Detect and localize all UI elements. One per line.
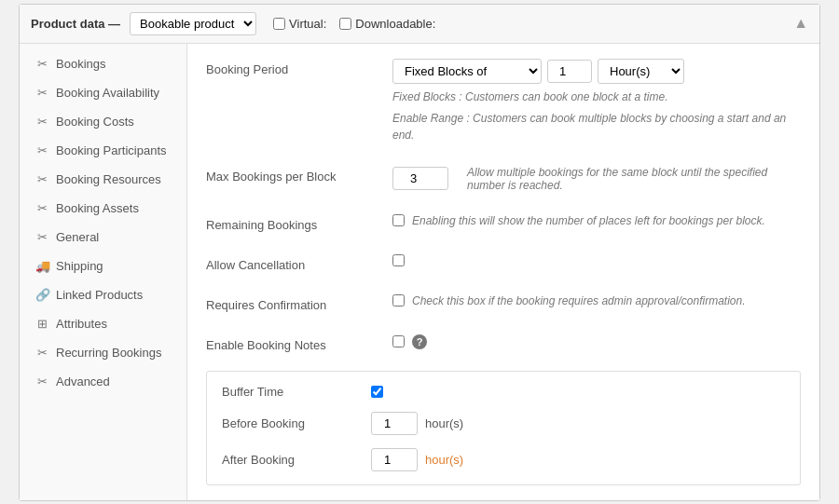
booking-period-hint2: Enable Range : Customers can book multip…	[392, 110, 801, 143]
max-bookings-hint: Allow multiple bookings for the same blo…	[467, 166, 801, 192]
sidebar-item-booking-availability[interactable]: ✂ Booking Availability	[20, 78, 186, 107]
remaining-bookings-hint: Enabling this will show the number of pl…	[412, 214, 765, 227]
sidebar-item-booking-costs[interactable]: ✂ Booking Costs	[20, 107, 186, 136]
requires-confirmation-hint: Check this box if the booking requires a…	[412, 294, 746, 307]
sidebar-item-bookings-label: Bookings	[56, 57, 105, 71]
max-bookings-controls: Allow multiple bookings for the same blo…	[392, 166, 801, 192]
sidebar-item-linked-products[interactable]: 🔗 Linked Products	[20, 280, 186, 309]
requires-confirmation-checkbox[interactable]	[392, 294, 405, 306]
virtual-checkbox[interactable]	[273, 18, 285, 30]
virtual-downloadable: Virtual: Downloadable:	[273, 17, 435, 31]
sidebar-item-booking-participants-label: Booking Participants	[56, 143, 167, 157]
booking-participants-icon: ✂	[35, 143, 48, 157]
sidebar-item-booking-participants[interactable]: ✂ Booking Participants	[20, 136, 186, 165]
sidebar-item-booking-resources-label: Booking Resources	[56, 172, 161, 186]
allow-cancellation-controls	[392, 254, 801, 269]
sidebar-item-booking-assets-label: Booking Assets	[56, 201, 139, 215]
remaining-bookings-controls: Enabling this will show the number of pl…	[392, 214, 801, 227]
allow-cancellation-label: Allow Cancellation	[206, 254, 392, 272]
sidebar-item-booking-costs-label: Booking Costs	[56, 115, 134, 129]
after-booking-row: After Booking hour(s)	[222, 448, 785, 471]
content-area: Booking Period Fixed Blocks of Customer …	[187, 44, 819, 500]
enable-booking-notes-controls: ?	[392, 334, 801, 349]
remaining-bookings-label: Remaining Bookings	[206, 214, 392, 232]
sidebar-item-booking-availability-label: Booking Availability	[56, 86, 159, 100]
collapse-icon[interactable]: ▲	[793, 15, 808, 32]
downloadable-checkbox[interactable]	[339, 18, 351, 30]
enable-booking-notes-row: Enable Booking Notes ?	[206, 334, 801, 361]
enable-booking-notes-checkbox[interactable]	[392, 335, 405, 347]
sidebar-item-booking-resources[interactable]: ✂ Booking Resources	[20, 165, 186, 194]
shipping-icon: 🚚	[35, 259, 48, 273]
sidebar-item-shipping[interactable]: 🚚 Shipping	[20, 252, 186, 280]
product-type-select[interactable]: Bookable product Simple product Variable…	[130, 12, 256, 35]
buffer-time-value	[371, 386, 383, 398]
requires-confirmation-label: Requires Confirmation	[206, 294, 392, 312]
sidebar-item-recurring-bookings[interactable]: ✂ Recurring Bookings	[20, 338, 186, 367]
allow-cancellation-row: Allow Cancellation	[206, 254, 801, 281]
buffer-time-label: Buffer Time	[222, 385, 371, 399]
sidebar-item-attributes-label: Attributes	[56, 317, 107, 331]
booking-period-label: Booking Period	[206, 59, 392, 76]
after-booking-label: After Booking	[222, 453, 371, 467]
sidebar-item-attributes[interactable]: ⊞ Attributes	[20, 309, 186, 338]
panel-header-label: Product data —	[31, 17, 120, 31]
allow-cancellation-checkbox[interactable]	[392, 254, 405, 266]
product-data-panel: Product data — Bookable product Simple p…	[19, 4, 820, 501]
booking-period-inputs: Fixed Blocks of Customer defined Fixed B…	[392, 59, 801, 84]
booking-assets-icon: ✂	[35, 201, 48, 215]
booking-period-controls: Fixed Blocks of Customer defined Fixed B…	[392, 59, 801, 143]
before-booking-unit: hour(s)	[425, 416, 463, 430]
buffer-time-row: Buffer Time	[222, 385, 785, 399]
sidebar-item-shipping-label: Shipping	[56, 259, 103, 273]
sidebar-item-recurring-bookings-label: Recurring Bookings	[56, 346, 161, 360]
downloadable-label[interactable]: Downloadable:	[339, 17, 435, 31]
booking-period-row: Booking Period Fixed Blocks of Customer …	[206, 59, 801, 153]
remaining-bookings-row: Remaining Bookings Enabling this will sh…	[206, 214, 801, 241]
virtual-label[interactable]: Virtual:	[273, 17, 326, 31]
after-booking-input[interactable]	[371, 448, 418, 471]
max-bookings-input[interactable]	[392, 167, 448, 190]
after-booking-unit: hour(s)	[425, 453, 463, 467]
sidebar-item-linked-products-label: Linked Products	[56, 288, 143, 302]
sidebar-item-general-label: General	[56, 230, 99, 244]
sidebar-item-bookings[interactable]: ✂ Bookings	[20, 49, 186, 78]
general-icon: ✂	[35, 230, 48, 244]
booking-availability-icon: ✂	[35, 86, 48, 100]
sidebar-item-general[interactable]: ✂ General	[20, 223, 186, 252]
buffer-time-checkbox[interactable]	[371, 386, 383, 398]
booking-costs-icon: ✂	[35, 115, 48, 129]
requires-confirmation-row: Requires Confirmation Check this box if …	[206, 294, 801, 321]
attributes-icon: ⊞	[35, 317, 48, 331]
enable-booking-notes-label: Enable Booking Notes	[206, 334, 392, 352]
sidebar-item-advanced-label: Advanced	[56, 375, 110, 388]
help-icon[interactable]: ?	[412, 334, 427, 349]
sidebar-item-advanced[interactable]: ✂ Advanced	[20, 367, 186, 396]
before-booking-label: Before Booking	[222, 416, 371, 430]
max-bookings-label: Max Bookings per Block	[206, 166, 392, 184]
advanced-icon: ✂	[35, 375, 48, 388]
recurring-bookings-icon: ✂	[35, 346, 48, 360]
booking-period-unit-select[interactable]: Hour(s) Day(s) Minute(s)	[598, 59, 684, 84]
before-booking-row: Before Booking hour(s)	[222, 412, 785, 435]
panel-body: ✂ Bookings ✂ Booking Availability ✂ Book…	[20, 44, 819, 500]
buffer-time-section: Buffer Time Before Booking hour(s) After…	[206, 371, 801, 485]
linked-products-icon: 🔗	[35, 288, 48, 302]
remaining-bookings-checkbox[interactable]	[392, 214, 405, 226]
booking-period-select[interactable]: Fixed Blocks of Customer defined Fixed B…	[392, 59, 542, 84]
sidebar: ✂ Bookings ✂ Booking Availability ✂ Book…	[20, 44, 187, 500]
requires-confirmation-controls: Check this box if the booking requires a…	[392, 294, 801, 307]
booking-period-hint1: Fixed Blocks : Customers can book one bl…	[392, 89, 801, 105]
after-booking-value: hour(s)	[371, 448, 463, 471]
booking-period-number-input[interactable]	[547, 60, 592, 83]
max-bookings-row: Max Bookings per Block Allow multiple bo…	[206, 166, 801, 201]
bookings-icon: ✂	[35, 57, 48, 71]
sidebar-item-booking-assets[interactable]: ✂ Booking Assets	[20, 194, 186, 223]
booking-resources-icon: ✂	[35, 172, 48, 186]
before-booking-value: hour(s)	[371, 412, 463, 435]
panel-header: Product data — Bookable product Simple p…	[20, 5, 819, 44]
before-booking-input[interactable]	[371, 412, 418, 435]
